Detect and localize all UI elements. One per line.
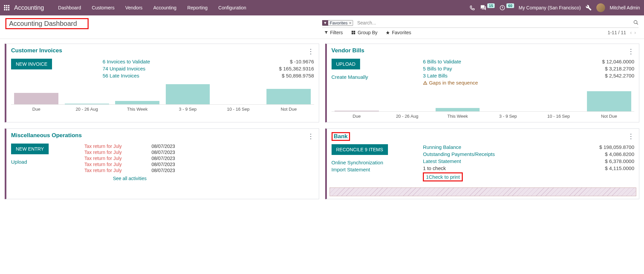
search-toolbar: Filters Group By Favorites 1-11 / 11 ‹ › <box>322 28 639 37</box>
misc-row[interactable]: Tax return for July08/07/2023 <box>85 144 175 149</box>
upload-link[interactable]: Upload <box>11 159 78 165</box>
filter-pill-remove-icon[interactable]: × <box>349 20 352 25</box>
kebab-icon[interactable] <box>307 47 314 55</box>
kebab-icon[interactable] <box>628 47 634 55</box>
misc-row-label: Tax return for July <box>85 144 132 149</box>
card-customer-invoices: Customer Invoices NEW INVOICE 6 Invoices… <box>5 44 319 122</box>
chart-label: 10 - 16 Sep <box>533 112 584 119</box>
latest-statement-link[interactable]: Latest Statement <box>423 158 544 164</box>
messages-badge: 15 <box>487 3 495 8</box>
filters-button[interactable]: Filters <box>324 30 343 35</box>
filter-pill-favorites[interactable]: ▼ Favorites × <box>322 20 353 26</box>
username[interactable]: Mitchell Admin <box>610 5 640 10</box>
see-all-activities-link[interactable]: See all activities <box>85 176 175 181</box>
nav-customers[interactable]: Customers <box>87 0 119 15</box>
misc-row-label: Tax return for July <box>85 156 132 161</box>
reconcile-button[interactable]: RECONCILE 9 ITEMS <box>332 144 388 155</box>
nav-vendors[interactable]: Vendors <box>120 0 147 15</box>
gaps-warning[interactable]: Gaps in the sequence <box>423 80 544 86</box>
amount: $ 4,115.0000 <box>551 165 634 171</box>
card-title[interactable]: Bank <box>334 133 348 140</box>
chart-bar[interactable] <box>65 104 109 104</box>
link-validate-invoices[interactable]: 6 Invoices to Validate <box>103 59 224 64</box>
kebab-icon[interactable] <box>307 132 314 140</box>
amount: $ 3,218.2700 <box>551 66 634 71</box>
amount: $ 198,059.8700 <box>551 144 634 150</box>
bank-timeline-strip[interactable] <box>330 187 637 196</box>
activity-icon[interactable]: 60 <box>499 5 514 11</box>
pager-prev-icon[interactable]: ‹ <box>630 29 633 36</box>
search-box[interactable]: ▼ Favorites × <box>322 18 639 28</box>
messages-icon[interactable]: 15 <box>480 5 495 11</box>
misc-row-date: 08/07/2023 <box>152 156 175 161</box>
chart-bar[interactable] <box>587 91 631 111</box>
kebab-icon[interactable] <box>628 132 634 141</box>
card-title[interactable]: Vendor Bills <box>332 47 364 55</box>
check-to-print-link[interactable]: 1Check to print <box>426 174 460 180</box>
search-icon[interactable] <box>633 20 639 26</box>
nav-configuration[interactable]: Configuration <box>214 0 251 15</box>
nav-accounting[interactable]: Accounting <box>149 0 181 15</box>
navbar: Accounting Dashboard Customers Vendors A… <box>0 0 644 15</box>
control-row: Accounting Dashboard ▼ Favorites × Filte… <box>0 15 644 39</box>
page-title: Accounting Dashboard <box>9 20 77 27</box>
link-late-bills[interactable]: 3 Late Bills <box>423 73 544 78</box>
company-switcher[interactable]: My Company (San Francisco) <box>519 5 581 10</box>
link-late-invoices[interactable]: 56 Late Invoices <box>103 73 224 78</box>
favorites-button[interactable]: Favorites <box>386 30 411 35</box>
card-title[interactable]: Miscellaneous Operations <box>11 132 82 140</box>
amount: $ 50,898.9758 <box>231 73 314 78</box>
chart-bar[interactable] <box>115 101 159 104</box>
apps-icon[interactable] <box>4 5 9 10</box>
chart-bar[interactable] <box>14 93 58 104</box>
link-pay-bills[interactable]: 5 Bills to Pay <box>423 66 544 71</box>
card-title[interactable]: Customer Invoices <box>11 47 62 55</box>
chart-bar[interactable] <box>166 84 210 104</box>
avatar[interactable] <box>596 3 605 12</box>
chart-label: This Week <box>112 105 162 112</box>
outstanding-link[interactable]: Outstanding Payments/Receipts <box>423 151 544 157</box>
chart-bar[interactable] <box>335 111 379 112</box>
new-entry-button[interactable]: NEW ENTRY <box>11 144 49 154</box>
online-sync-link[interactable]: Online Synchronization <box>332 160 416 165</box>
nav-reporting[interactable]: Reporting <box>183 0 212 15</box>
chart-bar[interactable] <box>266 89 311 104</box>
pager-text[interactable]: 1-11 / 11 <box>607 30 626 35</box>
phone-icon[interactable] <box>469 5 476 11</box>
import-statement-link[interactable]: Import Statement <box>332 167 416 172</box>
upload-button[interactable]: UPLOAD <box>332 59 360 69</box>
link-validate-bills[interactable]: 6 Bills to Validate <box>423 59 544 64</box>
chart-label: Not Due <box>263 105 314 112</box>
activity-badge: 60 <box>506 3 514 8</box>
chart-bar[interactable] <box>436 108 480 111</box>
amount: $ 4,086.8200 <box>551 151 634 157</box>
debug-icon[interactable] <box>586 5 592 11</box>
warning-icon <box>423 80 428 85</box>
brand-name[interactable]: Accounting <box>14 4 44 11</box>
amount: $ 12,046.0000 <box>551 59 634 64</box>
card-bank: Bank RECONCILE 9 ITEMS Online Synchroniz… <box>325 128 640 199</box>
card-misc-ops: Miscellaneous Operations NEW ENTRY Uploa… <box>5 128 319 199</box>
chart-label: 3 - 9 Sep <box>483 112 533 119</box>
to-check-link[interactable]: 1 to check <box>423 165 446 171</box>
create-manually-link[interactable]: Create Manually <box>332 74 416 80</box>
misc-row[interactable]: Tax return for July08/07/2023 <box>85 150 175 155</box>
svg-point-1 <box>634 20 637 23</box>
chart-vendor-bills: Due20 - 26 AugThis Week3 - 9 Sep10 - 16 … <box>327 90 639 122</box>
misc-row[interactable]: Tax return for July08/07/2023 <box>85 162 175 167</box>
pager-next-icon[interactable]: › <box>634 29 637 36</box>
misc-row[interactable]: Tax return for July08/07/2023 <box>85 156 175 161</box>
groupby-button[interactable]: Group By <box>351 30 378 35</box>
search-input[interactable] <box>356 19 633 27</box>
running-balance-link[interactable]: Running Balance <box>423 144 544 150</box>
link-unpaid-invoices[interactable]: 74 Unpaid Invoices <box>103 66 224 71</box>
filter-pill-label: Favorites <box>330 20 347 25</box>
breadcrumb: Accounting Dashboard <box>5 18 89 29</box>
filter-funnel-icon: ▼ <box>322 20 329 25</box>
misc-row-label: Tax return for July <box>85 168 132 173</box>
new-invoice-button[interactable]: NEW INVOICE <box>11 59 52 69</box>
amount: $ 165,362.9316 <box>231 66 314 71</box>
misc-row[interactable]: Tax return for July08/07/2023 <box>85 168 175 173</box>
nav-dashboard[interactable]: Dashboard <box>53 0 86 15</box>
chart-label: Due <box>332 112 382 119</box>
